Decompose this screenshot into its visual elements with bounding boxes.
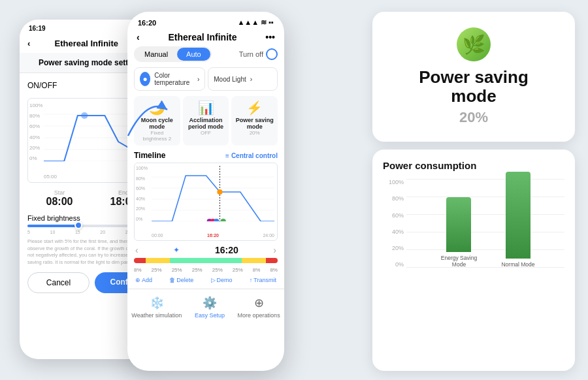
timeline-x: 00:0016:2024:00 <box>152 233 274 238</box>
demo-icon: ▷ <box>211 277 216 283</box>
turn-off-label: Turn off <box>239 50 263 58</box>
time-next-btn[interactable]: › <box>273 245 276 255</box>
more-ops-btn[interactable]: ⊕ More operations <box>238 296 280 319</box>
center-phone: 16:20 ▲▲▲ ≋ ▪▪ ‹ Ethereal Infinite ••• M… <box>127 12 284 371</box>
power-saving-percent: 20% <box>385 109 562 126</box>
timeline-y: 100%80%60%40%20%0% <box>136 166 148 221</box>
moon-sub: Fixed brightness 2 <box>138 130 176 142</box>
center-status-bar: 16:20 ▲▲▲ ≋ ▪▪ <box>127 12 284 29</box>
center-nav-bar: ‹ Ethereal Infinite ••• <box>127 29 284 46</box>
start-item: Star 08:00 <box>46 189 73 208</box>
bar-chart: 100%80%60%40%20%0% Energy Saving Mode No… <box>383 179 564 283</box>
weather-label: Weather simulation <box>131 312 182 319</box>
moon-icon: 🌙 <box>138 100 176 116</box>
mode-cards: 🌙 Moon cycle mode Fixed brightness 2 📊 A… <box>134 96 278 146</box>
timeline-chart: 100%80%60%40%20%0% 00:0016:2024:00 <box>134 163 278 241</box>
acclimation-sub: OFF <box>187 130 225 136</box>
center-signal: ▲▲▲ ≋ ▪▪ <box>237 18 274 27</box>
easy-setup-icon: ⚙️ <box>203 296 217 310</box>
power-saving-title: Power savingmode <box>385 68 562 105</box>
color-gradient-bar <box>134 258 278 263</box>
svg-point-14 <box>214 219 219 221</box>
mood-light-label: Mood Light <box>214 76 246 83</box>
auto-btn[interactable]: Auto <box>177 48 210 61</box>
color-temp-label: Color temperature <box>154 72 193 86</box>
delete-label: Delete <box>176 277 193 283</box>
right-panel: 🌿 Power savingmode 20% Power consumption… <box>372 12 575 371</box>
consumption-title: Power consumption <box>383 160 564 171</box>
acclimation-name: Acclimation period mode <box>187 117 225 130</box>
central-control-btn[interactable]: ≡ Central control <box>225 152 278 159</box>
transmit-label: Transmit <box>253 277 276 283</box>
power-icon[interactable] <box>266 48 278 60</box>
easy-setup-btn[interactable]: ⚙️ Easy Setup <box>190 296 229 319</box>
mood-light-item[interactable]: Mood Light › <box>208 67 278 91</box>
add-action[interactable]: ⊕ Add <box>135 277 152 283</box>
acclimation-card[interactable]: 📊 Acclimation period mode OFF <box>183 96 229 146</box>
slider-thumb[interactable] <box>74 221 82 229</box>
power-saving-mode-card: 🌿 Power savingmode 20% <box>372 12 575 142</box>
leaf-icon: 🌿 <box>457 27 491 61</box>
svg-point-5 <box>81 112 88 119</box>
add-icon: ⊕ <box>135 277 140 283</box>
timeline-svg <box>152 166 274 221</box>
energy-saving-bar <box>446 197 471 252</box>
bar-normal: Normal Mode <box>501 172 534 268</box>
timeline-header: Timeline ≡ Central control <box>134 151 278 160</box>
moon-cycle-card[interactable]: 🌙 Moon cycle mode Fixed brightness 2 <box>134 96 180 146</box>
chart-y-labels: 100%80%60%40%20%0% <box>29 103 42 161</box>
bar-y-axis: 100%80%60%40%20%0% <box>383 179 404 268</box>
manual-btn[interactable]: Manual <box>135 48 177 61</box>
mood-light-arrow: › <box>250 76 252 83</box>
transmit-action[interactable]: ↑ Transmit <box>250 277 276 283</box>
energy-saving-label: Energy Saving Mode <box>436 255 482 268</box>
bottom-nav: ❄️ Weather simulation ⚙️ Easy Setup ⊕ Mo… <box>127 289 284 323</box>
consumption-card: Power consumption 100%80%60%40%20%0% Ene… <box>372 150 575 371</box>
center-menu-btn[interactable]: ••• <box>265 32 275 42</box>
svg-point-15 <box>217 189 222 195</box>
center-time: 16:20 <box>138 19 156 27</box>
slider-fill <box>27 225 78 227</box>
more-ops-label: More operations <box>238 312 280 319</box>
weather-sim-btn[interactable]: ❄️ Weather simulation <box>131 296 182 319</box>
demo-label: Demo <box>217 277 233 283</box>
transmit-icon: ↑ <box>250 277 253 283</box>
toggle-label: ON/OFF <box>27 81 57 90</box>
delete-action[interactable]: 🗑 Delete <box>169 277 193 283</box>
power-saving-sub: 20% <box>235 130 274 136</box>
color-temp-arrow: › <box>197 76 199 83</box>
brightness-label: Fixed brightness <box>27 214 80 222</box>
delete-icon: 🗑 <box>169 277 175 283</box>
more-ops-icon: ⊕ <box>254 296 264 310</box>
center-title: Ethereal Infinite <box>140 32 266 42</box>
left-title: Ethereal Infinite <box>30 39 142 48</box>
timeline-label: Timeline <box>134 151 165 160</box>
time-sun-icon: ✦ <box>173 245 180 255</box>
center-content: Manual Auto Turn off ● Color temperature… <box>127 46 284 283</box>
settings-row: ● Color temperature › Mood Light › <box>134 67 278 91</box>
power-saving-name: Power saving mode <box>235 117 274 130</box>
acclimation-icon: 📊 <box>187 100 225 116</box>
gradient-pcts: 8%25%25%25%25%25%8%8% <box>134 267 278 273</box>
mode-toggle: Manual Auto Turn off <box>134 46 278 62</box>
moon-name: Moon cycle mode <box>138 117 176 130</box>
demo-action[interactable]: ▷ Demo <box>211 277 233 283</box>
manual-auto-toggle[interactable]: Manual Auto <box>134 46 212 62</box>
cancel-button[interactable]: Cancel <box>27 272 90 293</box>
turn-off-row[interactable]: Turn off <box>239 48 278 60</box>
time-prev-btn[interactable]: ‹ <box>135 245 139 255</box>
power-saving-card[interactable]: ⚡ Power saving mode 20% <box>231 96 278 146</box>
color-temp-dot: ● <box>140 72 150 86</box>
weather-icon: ❄️ <box>150 296 164 310</box>
bar-x-lines <box>406 179 564 268</box>
time-nav-row: ‹ ✦ 16:20 › <box>134 245 278 255</box>
current-time-display: 16:20 <box>215 245 238 255</box>
bar-energy-saving: Energy Saving Mode <box>436 197 482 268</box>
normal-mode-bar <box>506 172 531 259</box>
power-card-icon: ⚡ <box>235 100 274 116</box>
svg-point-16 <box>220 219 225 221</box>
left-time: 16:19 <box>29 25 46 32</box>
color-temp-item[interactable]: ● Color temperature › <box>134 67 205 91</box>
start-value[interactable]: 08:00 <box>46 196 73 208</box>
normal-mode-label: Normal Mode <box>501 261 534 268</box>
